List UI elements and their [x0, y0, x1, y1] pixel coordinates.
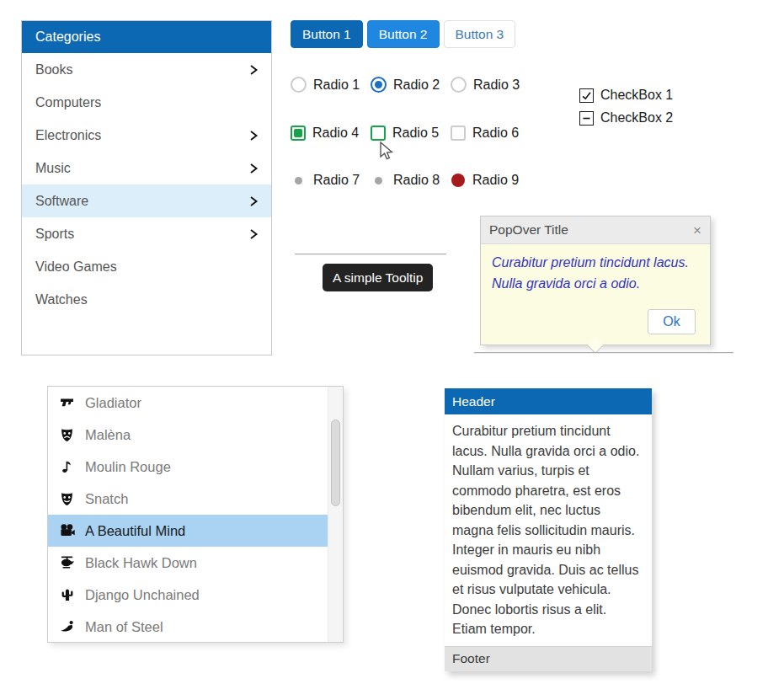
superman-icon [58, 619, 76, 634]
radio-2[interactable]: Radio 2 [371, 77, 451, 93]
chevron-right-icon [248, 195, 259, 207]
checkbox-2[interactable]: CheckBox 2 [579, 110, 673, 126]
button-3[interactable]: Button 3 [444, 20, 516, 48]
radio-label: Radio 3 [473, 77, 520, 93]
radio-6[interactable]: Radio 6 [451, 126, 531, 141]
radio-label: Radio 4 [312, 126, 359, 141]
list-item-label: Moulin Rouge [85, 459, 171, 475]
list-item-a-beautiful-mind[interactable]: A Beautiful Mind [48, 515, 328, 547]
radio-label: Radio 8 [393, 173, 440, 188]
checkbox-group: CheckBox 1 CheckBox 2 [579, 88, 673, 126]
gun-icon [58, 396, 76, 410]
card-footer: Footer [445, 646, 652, 671]
gray-dot-icon [375, 177, 382, 184]
popover-title: PopOver Title [489, 222, 568, 238]
popover-body: Curabitur pretium tincidunt lacus. Nulla… [481, 244, 710, 302]
list-item-label: Man of Steel [85, 619, 163, 635]
card-body-text: Curabitur pretium tincidunt lacus. Nulla… [445, 414, 652, 646]
radio-7[interactable]: Radio 7 [291, 173, 371, 188]
scrollbar-thumb[interactable] [331, 419, 340, 506]
list-item-label: Django Unchained [85, 587, 200, 603]
scrollbar-track[interactable] [328, 387, 343, 642]
list-item-man-of-steel[interactable]: Man of Steel [48, 611, 328, 643]
category-item-books[interactable]: Books [22, 53, 271, 86]
list-item-label: A Beautiful Mind [85, 523, 185, 539]
popover: PopOver Title × Curabitur pretium tincid… [480, 216, 711, 345]
tooltip: A simple Tooltip [323, 264, 433, 291]
category-item-electronics[interactable]: Electronics [22, 119, 271, 152]
movie-listbox: Gladiator Malèna Moulin Rouge Snatch A B… [47, 386, 344, 643]
checkbox-indeterminate-icon [579, 111, 594, 126]
list-item-snatch[interactable]: Snatch [48, 483, 328, 515]
chevron-right-icon [248, 228, 259, 240]
radio-label: Radio 2 [393, 77, 440, 93]
category-item-music[interactable]: Music [22, 152, 271, 184]
separator [474, 352, 733, 354]
category-item-watches[interactable]: Watches [22, 283, 271, 316]
category-label: Software [35, 194, 88, 209]
category-label: Computers [35, 95, 101, 110]
square-radio-checked-icon [291, 126, 306, 141]
radio-4[interactable]: Radio 4 [291, 126, 371, 141]
list-item-label: Malèna [85, 427, 131, 443]
helicopter-icon [58, 555, 76, 570]
radio-row-3: Radio 7 Radio 8 Radio 9 [291, 173, 531, 188]
mouse-cursor-icon [378, 142, 396, 162]
list-item-moulin-rouge[interactable]: Moulin Rouge [48, 451, 328, 483]
category-label: Music [35, 161, 71, 176]
radio-row-2: Radio 4 Radio 5 Radio 6 [291, 126, 531, 141]
list-item-black-hawk-down[interactable]: Black Hawk Down [48, 547, 328, 579]
sad-mask-icon [58, 428, 76, 442]
close-icon[interactable]: × [693, 223, 701, 238]
checkbox-label: CheckBox 1 [600, 88, 673, 103]
radio-1[interactable]: Radio 1 [291, 77, 371, 93]
category-label: Books [35, 62, 72, 77]
radio-9[interactable]: Radio 9 [451, 173, 531, 188]
radio-3[interactable]: Radio 3 [451, 77, 531, 93]
content-card: Header Curabitur pretium tincidunt lacus… [445, 388, 652, 671]
red-dot-icon [451, 174, 465, 187]
radio-checked-icon [371, 77, 387, 93]
category-label: Video Games [35, 259, 117, 275]
list-item-django-unchained[interactable]: Django Unchained [48, 579, 328, 611]
list-item-malena[interactable]: Malèna [48, 419, 328, 451]
separator [295, 254, 446, 255]
checkbox-checked-icon [579, 88, 594, 103]
radio-8[interactable]: Radio 8 [371, 173, 451, 188]
checkbox-1[interactable]: CheckBox 1 [579, 88, 673, 103]
gray-dot-icon [295, 177, 302, 184]
chevron-right-icon [248, 64, 259, 76]
category-label: Electronics [35, 128, 101, 143]
radio-5[interactable]: Radio 5 [371, 126, 451, 141]
radio-unchecked-icon [451, 77, 467, 93]
chevron-right-icon [248, 130, 259, 142]
music-note-icon [58, 460, 76, 473]
radio-label: Radio 7 [313, 173, 360, 188]
happy-mask-icon [58, 492, 76, 506]
category-item-software[interactable]: Software [22, 184, 271, 217]
chevron-right-icon [248, 163, 259, 174]
radio-unchecked-icon [291, 77, 307, 93]
popover-header: PopOver Title × [481, 216, 710, 244]
category-item-sports[interactable]: Sports [22, 217, 271, 250]
button-group: Button 1 Button 2 Button 3 [291, 20, 515, 48]
movie-camera-icon [58, 523, 76, 538]
checkbox-label: CheckBox 2 [600, 110, 673, 126]
cactus-icon [58, 588, 76, 601]
radio-label: Radio 5 [392, 126, 439, 141]
category-item-computers[interactable]: Computers [22, 86, 271, 119]
categories-panel: Categories Books Computers Electronics M… [21, 20, 272, 355]
ok-button[interactable]: Ok [648, 309, 696, 334]
square-radio-empty-icon [371, 126, 386, 141]
button-2[interactable]: Button 2 [367, 20, 440, 48]
card-header: Header [445, 388, 652, 414]
radio-row-1: Radio 1 Radio 2 Radio 3 [291, 77, 531, 93]
radio-label: Radio 6 [472, 126, 519, 141]
list-item-gladiator[interactable]: Gladiator [48, 387, 328, 419]
category-item-video-games[interactable]: Video Games [22, 250, 271, 283]
list-item-label: Gladiator [85, 395, 141, 411]
square-radio-empty-icon [451, 126, 466, 141]
button-1[interactable]: Button 1 [291, 20, 363, 48]
category-label: Watches [35, 292, 88, 307]
list-item-label: Snatch [85, 491, 128, 507]
